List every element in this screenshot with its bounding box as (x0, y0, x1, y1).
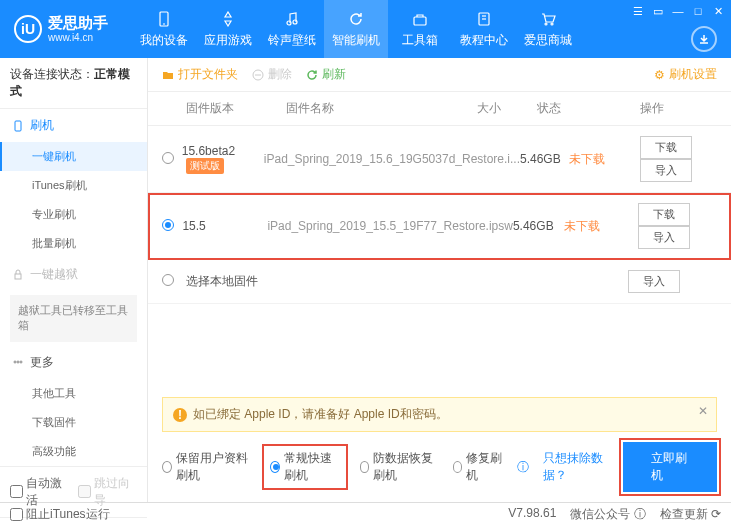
app-name: 爱思助手 (48, 15, 108, 32)
sidebar-section-flash[interactable]: 刷机 (0, 109, 147, 142)
sidebar-item-pro[interactable]: 专业刷机 (0, 200, 147, 229)
flash-options: 保留用户资料刷机 常规快速刷机 防数据恢复刷机 修复刷机 ⓘ 只想抹除数据？ 立… (148, 432, 731, 502)
sidebar-item-download[interactable]: 下载固件 (0, 408, 147, 437)
sidebar-item-batch[interactable]: 批量刷机 (0, 229, 147, 258)
music-icon (282, 9, 302, 29)
download-button[interactable] (691, 26, 717, 52)
open-folder-button[interactable]: 打开文件夹 (162, 66, 238, 83)
th-name: 固件名称 (286, 100, 477, 117)
svg-text:!: ! (178, 408, 182, 422)
check-auto-activate[interactable]: 自动激活 (10, 475, 70, 509)
svg-rect-11 (15, 274, 21, 279)
svg-rect-10 (15, 121, 21, 131)
erase-link[interactable]: 只想抹除数据？ (543, 450, 609, 484)
window-controls: ☰ ▭ — □ ✕ (631, 4, 725, 18)
opt-normal-flash[interactable]: 常规快速刷机 (264, 446, 345, 488)
app-url: www.i4.cn (48, 32, 108, 43)
nav-apps[interactable]: 应用游戏 (196, 0, 260, 58)
check-update-link[interactable]: 检查更新 ⟳ (660, 506, 721, 523)
th-size: 大小 (477, 100, 537, 117)
toolbox-icon (410, 9, 430, 29)
import-button[interactable]: 导入 (638, 226, 690, 249)
sidebar-section-more[interactable]: 更多 (0, 346, 147, 379)
help-icon[interactable]: ⓘ (517, 459, 529, 476)
nav-tools[interactable]: 工具箱 (388, 0, 452, 58)
wechat-link[interactable]: 微信公众号 ⓘ (570, 506, 645, 523)
svg-point-14 (20, 361, 22, 363)
svg-rect-4 (414, 17, 426, 25)
opt-keep-data[interactable]: 保留用户资料刷机 (162, 450, 250, 484)
svg-point-13 (17, 361, 19, 363)
maximize-icon[interactable]: □ (691, 4, 705, 18)
radio-icon (453, 461, 463, 473)
firmware-row[interactable]: 15.5 iPad_Spring_2019_15.5_19F77_Restore… (148, 193, 731, 260)
nav-flash[interactable]: 智能刷机 (324, 0, 388, 58)
book-icon (474, 9, 494, 29)
sidebar-section-jailbreak[interactable]: 一键越狱 (0, 258, 147, 291)
firmware-row[interactable]: 15.6beta2测试版 iPad_Spring_2019_15.6_19G50… (148, 126, 731, 193)
download-button[interactable]: 下载 (640, 136, 692, 159)
minimize-icon[interactable]: — (671, 4, 685, 18)
menu-icon[interactable]: ☰ (631, 4, 645, 18)
th-version: 固件版本 (186, 100, 286, 117)
svg-point-8 (545, 23, 547, 25)
close-warning-icon[interactable]: ✕ (698, 404, 708, 418)
toolbar: 打开文件夹 删除 刷新 ⚙刷机设置 (148, 58, 731, 92)
jailbreak-note: 越狱工具已转移至工具箱 (10, 295, 137, 342)
titlebar: iU 爱思助手 www.i4.cn 我的设备 应用游戏 铃声壁纸 智能刷机 工具… (0, 0, 731, 58)
opt-anti-recovery[interactable]: 防数据恢复刷机 (360, 450, 439, 484)
skin-icon[interactable]: ▭ (651, 4, 665, 18)
refresh-button[interactable]: 刷新 (306, 66, 346, 83)
close-icon[interactable]: ✕ (711, 4, 725, 18)
import-button[interactable]: 导入 (640, 159, 692, 182)
sidebar-item-oneclick[interactable]: 一键刷机 (0, 142, 147, 171)
download-button[interactable]: 下载 (638, 203, 690, 226)
refresh-icon (346, 9, 366, 29)
app-logo: iU 爱思助手 www.i4.cn (0, 15, 122, 43)
radio-icon[interactable] (162, 274, 174, 286)
warning-icon: ! (173, 408, 187, 422)
main-nav: 我的设备 应用游戏 铃声壁纸 智能刷机 工具箱 教程中心 爱思商城 (132, 0, 580, 58)
appleid-warning: ! 如已绑定 Apple ID，请准备好 Apple ID和密码。 ✕ (162, 397, 717, 432)
flash-settings-button[interactable]: ⚙刷机设置 (654, 66, 717, 83)
svg-point-9 (551, 23, 553, 25)
nav-ringtone[interactable]: 铃声壁纸 (260, 0, 324, 58)
th-ops: 操作 (587, 100, 717, 117)
flash-now-button[interactable]: 立即刷机 (623, 442, 717, 492)
svg-point-12 (14, 361, 16, 363)
cart-icon (538, 9, 558, 29)
app-icon (218, 9, 238, 29)
table-header: 固件版本 固件名称 大小 状态 操作 (148, 92, 731, 126)
connection-status: 设备连接状态：正常模式 (0, 58, 147, 109)
radio-icon (270, 461, 280, 473)
nav-tutorial[interactable]: 教程中心 (452, 0, 516, 58)
sidebar-item-advanced[interactable]: 高级功能 (0, 437, 147, 466)
radio-icon[interactable] (162, 219, 174, 231)
local-firmware-row[interactable]: 选择本地固件 导入 (148, 260, 731, 304)
radio-icon (162, 461, 172, 473)
version-label: V7.98.61 (508, 506, 556, 523)
radio-icon[interactable] (162, 152, 174, 164)
sidebar: 设备连接状态：正常模式 刷机 一键刷机 iTunes刷机 专业刷机 批量刷机 一… (0, 58, 148, 502)
sidebar-item-itunes[interactable]: iTunes刷机 (0, 171, 147, 200)
nav-device[interactable]: 我的设备 (132, 0, 196, 58)
radio-icon (360, 461, 370, 473)
check-skip-guide[interactable]: 跳过向导 (78, 475, 138, 509)
logo-icon: iU (14, 15, 42, 43)
opt-repair[interactable]: 修复刷机 (453, 450, 503, 484)
delete-button: 删除 (252, 66, 292, 83)
phone-icon (154, 9, 174, 29)
gear-icon: ⚙ (654, 68, 665, 82)
th-status: 状态 (537, 100, 587, 117)
content: 打开文件夹 删除 刷新 ⚙刷机设置 固件版本 固件名称 大小 状态 操作 15.… (148, 58, 731, 502)
nav-shop[interactable]: 爱思商城 (516, 0, 580, 58)
block-itunes-check[interactable]: 阻止iTunes运行 (10, 506, 110, 523)
sidebar-item-other[interactable]: 其他工具 (0, 379, 147, 408)
import-button[interactable]: 导入 (628, 270, 680, 293)
